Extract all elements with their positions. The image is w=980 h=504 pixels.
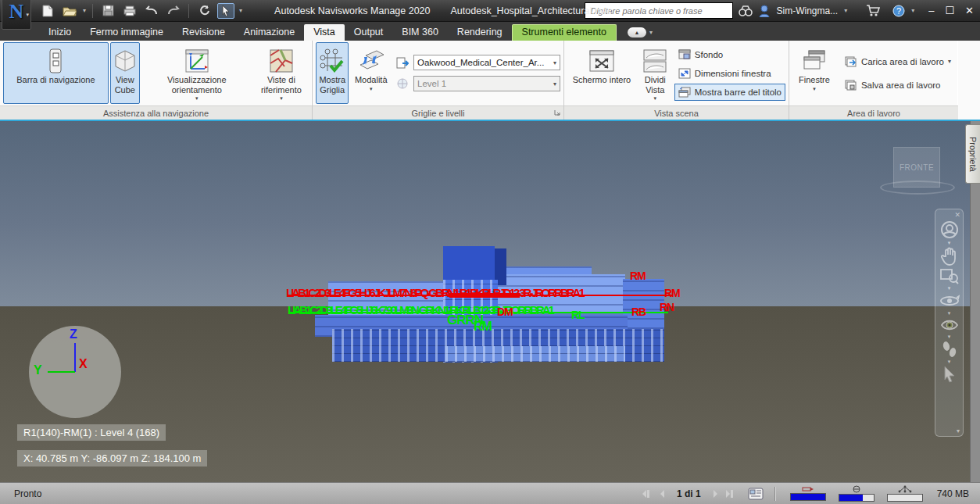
tab-fermo-immagine[interactable]: Fermo immagine — [80, 24, 173, 41]
look-around-tool[interactable] — [939, 317, 960, 333]
orbit-icon — [939, 292, 960, 309]
statusbar-right: 1 di 1 740 MB — [641, 485, 972, 502]
application-menu-button[interactable]: N ▾ — [2, 0, 31, 30]
window-controls: – ☐ ✕ — [928, 5, 974, 16]
dividi-vista-button[interactable]: Dividi Vista ▾ — [638, 42, 673, 104]
ribbon-tab-bar: Inizio Fermo immagine Revisione Animazio… — [0, 22, 980, 41]
help-dropdown[interactable]: ▾ — [911, 7, 914, 14]
view-cube-compass-ring[interactable] — [880, 181, 955, 195]
chevron-down-icon[interactable]: ▾ — [948, 334, 951, 339]
scene-view[interactable]: LIAB1C2D3LE4FG5HJ6JKJLM7N8PQ-GBRN1-R1RKR… — [0, 121, 980, 482]
tab-bim360[interactable]: BIM 360 — [392, 24, 448, 41]
chevron-down-icon[interactable]: ▾ — [948, 241, 951, 245]
ribbon-collapse-button[interactable]: ▲ ▾ — [628, 27, 653, 38]
select-tool-button[interactable] — [217, 3, 234, 19]
mostra-barre-titolo-button[interactable]: Mostra barre del titolo — [674, 84, 785, 101]
tab-strumenti-elemento[interactable]: Strumenti elemento — [512, 24, 617, 41]
sfondo-button[interactable]: Sfondo — [674, 46, 785, 63]
orbit-tool[interactable] — [939, 292, 960, 309]
user-menu-dropdown[interactable]: ▾ — [844, 7, 847, 14]
maximize-button[interactable]: ☐ — [945, 5, 954, 16]
action-label: Salva area di lavoro — [861, 80, 941, 90]
dimensioni-finestra-button[interactable]: Dimensioni finestra — [674, 65, 785, 82]
print-button[interactable] — [121, 3, 138, 19]
last-sheet-icon[interactable] — [724, 489, 737, 499]
svg-text:?: ? — [896, 6, 901, 16]
windows-cascade-icon — [803, 50, 826, 72]
tab-animazione[interactable]: Animazione — [234, 24, 304, 41]
print-icon — [123, 5, 136, 16]
button-label: Barra di navigazione — [16, 75, 95, 85]
open-file-dropdown[interactable]: ▾ — [83, 7, 86, 14]
zoom-window-tool[interactable] — [939, 267, 960, 284]
first-sheet-icon[interactable] — [641, 489, 653, 499]
save-icon — [102, 5, 114, 16]
toggle-label: Dimensioni finestra — [695, 69, 771, 78]
minimize-button[interactable]: – — [928, 5, 934, 16]
finestre-button[interactable]: Finestre ▾ — [792, 42, 836, 104]
navigation-bar[interactable]: ✕ ▾ ▾ ▾ ▾ ▾ — [935, 209, 964, 437]
grid-label: RM — [474, 320, 492, 334]
grid-level-combo[interactable]: Level 1 ▾ — [413, 76, 560, 91]
sheet-browser-icon[interactable] — [748, 488, 764, 500]
walk-tool[interactable] — [939, 341, 960, 358]
button-label: Visualizzazione orientamento — [142, 75, 252, 95]
tab-revisione[interactable]: Revisione — [173, 24, 234, 41]
redo-button[interactable] — [165, 3, 182, 19]
toggle-label: Mostra barre del titolo — [695, 88, 781, 97]
site-selector-icon[interactable] — [396, 57, 409, 69]
modalita-button[interactable]: Modalità ▾ — [350, 42, 392, 104]
select-arrow-icon — [942, 366, 957, 383]
ribbon: Barra di navigazione View Cube Visualizz… — [0, 41, 980, 121]
grid-icon — [320, 48, 345, 73]
chevron-down-icon[interactable]: ▾ — [948, 311, 951, 316]
button-label: Viste di riferimento — [255, 75, 308, 95]
close-button[interactable]: ✕ — [965, 5, 974, 16]
chevron-down-icon[interactable]: ▾ — [948, 286, 951, 291]
tab-output[interactable]: Output — [345, 24, 393, 41]
grid-site-combo[interactable]: Oakwood_Medical_Center_Ar... ▾ — [413, 55, 560, 70]
panel-launcher-icon[interactable] — [553, 109, 561, 116]
steering-wheel-tool[interactable] — [939, 220, 960, 239]
help-icon[interactable]: ? — [892, 5, 905, 17]
chevron-down-icon: ▾ — [26, 12, 29, 18]
barra-di-navigazione-button[interactable]: Barra di navigazione — [3, 42, 109, 104]
tab-vista[interactable]: Vista — [304, 24, 345, 41]
pan-tool[interactable] — [939, 247, 960, 266]
binoculars-icon[interactable] — [739, 5, 753, 16]
disk-icon — [852, 485, 861, 493]
schermo-intero-button[interactable]: Schermo intero — [567, 42, 636, 104]
previous-sheet-icon[interactable] — [658, 489, 666, 499]
refresh-button[interactable] — [195, 3, 213, 19]
y-axis-label: Y — [34, 363, 42, 377]
salva-area-di-lavoro-button[interactable]: Salva area di lavoro — [841, 77, 955, 94]
carica-area-di-lavoro-button[interactable]: Carica area di lavoro ▾ — [841, 53, 955, 70]
new-file-icon — [42, 5, 53, 17]
mostra-griglia-button[interactable]: Mostra Griglia — [316, 42, 349, 104]
next-sheet-icon[interactable] — [712, 489, 720, 499]
open-file-button[interactable] — [61, 3, 78, 19]
chevron-down-icon: ▾ — [813, 86, 816, 92]
properties-tab-label: Proprietà — [968, 137, 978, 172]
viste-di-riferimento-button[interactable]: Viste di riferimento ▾ — [254, 42, 309, 104]
reference-map-icon — [270, 49, 293, 73]
sheet-navigation: 1 di 1 — [641, 488, 764, 500]
properties-panel-tab[interactable]: Proprietà — [965, 124, 980, 184]
navbar-select-tool[interactable] — [939, 366, 960, 383]
tab-rendering[interactable]: Rendering — [448, 24, 512, 41]
chevron-down-icon[interactable]: ▾ — [948, 359, 951, 364]
chevron-down-icon: ▾ — [654, 95, 657, 102]
visualizzazione-orientamento-button[interactable]: Visualizzazione orientamento ▾ — [141, 42, 252, 104]
signed-in-user[interactable]: Sim-Wingma... — [776, 5, 838, 16]
new-file-button[interactable] — [39, 3, 56, 19]
coordinates-overlay: X: 40.785 m Y: -86.097 m Z: 184.100 m — [17, 450, 207, 466]
save-button[interactable] — [99, 3, 116, 19]
button-label: Mostra Griglia — [317, 75, 348, 95]
view-cube-button[interactable]: View Cube — [110, 42, 140, 104]
panel-assistenza-navigazione: Barra di navigazione View Cube Visualizz… — [0, 41, 313, 120]
tab-inizio[interactable]: Inizio — [39, 24, 80, 41]
navbar-close-icon[interactable]: ✕ — [954, 211, 960, 219]
navbar-customize-icon[interactable]: ▾ — [957, 427, 960, 434]
undo-button[interactable] — [143, 3, 160, 19]
cart-icon[interactable] — [866, 5, 880, 16]
